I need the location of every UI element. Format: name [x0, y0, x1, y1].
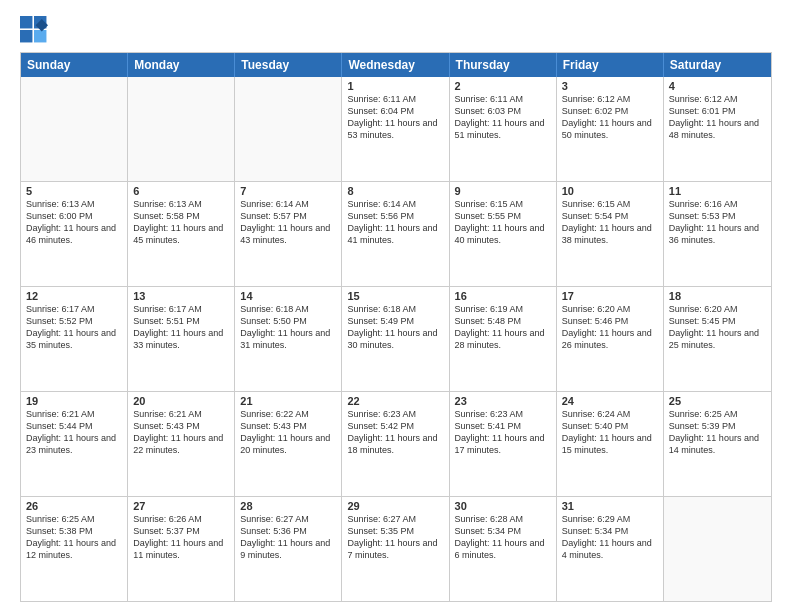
cell-info: Sunrise: 6:12 AM Sunset: 6:02 PM Dayligh… — [562, 93, 658, 142]
calendar-cell: 3Sunrise: 6:12 AM Sunset: 6:02 PM Daylig… — [557, 77, 664, 181]
day-number: 9 — [455, 185, 551, 197]
day-number: 18 — [669, 290, 766, 302]
day-number: 8 — [347, 185, 443, 197]
header-day-sunday: Sunday — [21, 53, 128, 77]
cell-info: Sunrise: 6:18 AM Sunset: 5:49 PM Dayligh… — [347, 303, 443, 352]
cell-info: Sunrise: 6:14 AM Sunset: 5:57 PM Dayligh… — [240, 198, 336, 247]
calendar-cell: 24Sunrise: 6:24 AM Sunset: 5:40 PM Dayli… — [557, 392, 664, 496]
day-number: 15 — [347, 290, 443, 302]
header-day-saturday: Saturday — [664, 53, 771, 77]
calendar-cell: 15Sunrise: 6:18 AM Sunset: 5:49 PM Dayli… — [342, 287, 449, 391]
day-number: 20 — [133, 395, 229, 407]
day-number: 14 — [240, 290, 336, 302]
calendar-cell — [21, 77, 128, 181]
calendar-cell: 26Sunrise: 6:25 AM Sunset: 5:38 PM Dayli… — [21, 497, 128, 601]
cell-info: Sunrise: 6:19 AM Sunset: 5:48 PM Dayligh… — [455, 303, 551, 352]
day-number: 1 — [347, 80, 443, 92]
cell-info: Sunrise: 6:21 AM Sunset: 5:44 PM Dayligh… — [26, 408, 122, 457]
day-number: 5 — [26, 185, 122, 197]
cell-info: Sunrise: 6:22 AM Sunset: 5:43 PM Dayligh… — [240, 408, 336, 457]
calendar-cell: 10Sunrise: 6:15 AM Sunset: 5:54 PM Dayli… — [557, 182, 664, 286]
day-number: 12 — [26, 290, 122, 302]
calendar-cell: 19Sunrise: 6:21 AM Sunset: 5:44 PM Dayli… — [21, 392, 128, 496]
cell-info: Sunrise: 6:25 AM Sunset: 5:39 PM Dayligh… — [669, 408, 766, 457]
cell-info: Sunrise: 6:15 AM Sunset: 5:55 PM Dayligh… — [455, 198, 551, 247]
calendar-cell: 30Sunrise: 6:28 AM Sunset: 5:34 PM Dayli… — [450, 497, 557, 601]
calendar-row-5: 26Sunrise: 6:25 AM Sunset: 5:38 PM Dayli… — [21, 497, 771, 601]
cell-info: Sunrise: 6:23 AM Sunset: 5:41 PM Dayligh… — [455, 408, 551, 457]
day-number: 2 — [455, 80, 551, 92]
day-number: 29 — [347, 500, 443, 512]
calendar-row-3: 12Sunrise: 6:17 AM Sunset: 5:52 PM Dayli… — [21, 287, 771, 392]
cell-info: Sunrise: 6:20 AM Sunset: 5:45 PM Dayligh… — [669, 303, 766, 352]
cell-info: Sunrise: 6:23 AM Sunset: 5:42 PM Dayligh… — [347, 408, 443, 457]
calendar-cell: 20Sunrise: 6:21 AM Sunset: 5:43 PM Dayli… — [128, 392, 235, 496]
calendar-row-4: 19Sunrise: 6:21 AM Sunset: 5:44 PM Dayli… — [21, 392, 771, 497]
day-number: 25 — [669, 395, 766, 407]
day-number: 10 — [562, 185, 658, 197]
calendar-cell: 14Sunrise: 6:18 AM Sunset: 5:50 PM Dayli… — [235, 287, 342, 391]
day-number: 28 — [240, 500, 336, 512]
day-number: 26 — [26, 500, 122, 512]
cell-info: Sunrise: 6:27 AM Sunset: 5:35 PM Dayligh… — [347, 513, 443, 562]
day-number: 30 — [455, 500, 551, 512]
cell-info: Sunrise: 6:11 AM Sunset: 6:03 PM Dayligh… — [455, 93, 551, 142]
calendar-cell: 22Sunrise: 6:23 AM Sunset: 5:42 PM Dayli… — [342, 392, 449, 496]
calendar-cell: 31Sunrise: 6:29 AM Sunset: 5:34 PM Dayli… — [557, 497, 664, 601]
calendar-cell: 29Sunrise: 6:27 AM Sunset: 5:35 PM Dayli… — [342, 497, 449, 601]
cell-info: Sunrise: 6:27 AM Sunset: 5:36 PM Dayligh… — [240, 513, 336, 562]
svg-rect-2 — [20, 30, 32, 42]
calendar-row-2: 5Sunrise: 6:13 AM Sunset: 6:00 PM Daylig… — [21, 182, 771, 287]
calendar-cell: 16Sunrise: 6:19 AM Sunset: 5:48 PM Dayli… — [450, 287, 557, 391]
calendar-cell — [128, 77, 235, 181]
page-header — [20, 16, 772, 44]
calendar-cell: 12Sunrise: 6:17 AM Sunset: 5:52 PM Dayli… — [21, 287, 128, 391]
cell-info: Sunrise: 6:24 AM Sunset: 5:40 PM Dayligh… — [562, 408, 658, 457]
calendar: SundayMondayTuesdayWednesdayThursdayFrid… — [20, 52, 772, 602]
cell-info: Sunrise: 6:20 AM Sunset: 5:46 PM Dayligh… — [562, 303, 658, 352]
day-number: 31 — [562, 500, 658, 512]
cell-info: Sunrise: 6:26 AM Sunset: 5:37 PM Dayligh… — [133, 513, 229, 562]
day-number: 17 — [562, 290, 658, 302]
cell-info: Sunrise: 6:17 AM Sunset: 5:51 PM Dayligh… — [133, 303, 229, 352]
day-number: 16 — [455, 290, 551, 302]
cell-info: Sunrise: 6:28 AM Sunset: 5:34 PM Dayligh… — [455, 513, 551, 562]
cell-info: Sunrise: 6:18 AM Sunset: 5:50 PM Dayligh… — [240, 303, 336, 352]
svg-rect-0 — [20, 16, 32, 28]
day-number: 7 — [240, 185, 336, 197]
calendar-row-1: 1Sunrise: 6:11 AM Sunset: 6:04 PM Daylig… — [21, 77, 771, 182]
svg-rect-3 — [34, 30, 46, 42]
day-number: 23 — [455, 395, 551, 407]
header-day-tuesday: Tuesday — [235, 53, 342, 77]
calendar-cell: 4Sunrise: 6:12 AM Sunset: 6:01 PM Daylig… — [664, 77, 771, 181]
header-day-monday: Monday — [128, 53, 235, 77]
cell-info: Sunrise: 6:14 AM Sunset: 5:56 PM Dayligh… — [347, 198, 443, 247]
calendar-cell: 2Sunrise: 6:11 AM Sunset: 6:03 PM Daylig… — [450, 77, 557, 181]
cell-info: Sunrise: 6:11 AM Sunset: 6:04 PM Dayligh… — [347, 93, 443, 142]
calendar-cell: 11Sunrise: 6:16 AM Sunset: 5:53 PM Dayli… — [664, 182, 771, 286]
calendar-page: SundayMondayTuesdayWednesdayThursdayFrid… — [0, 0, 792, 612]
calendar-cell: 1Sunrise: 6:11 AM Sunset: 6:04 PM Daylig… — [342, 77, 449, 181]
calendar-body: 1Sunrise: 6:11 AM Sunset: 6:04 PM Daylig… — [21, 77, 771, 601]
day-number: 6 — [133, 185, 229, 197]
calendar-cell: 6Sunrise: 6:13 AM Sunset: 5:58 PM Daylig… — [128, 182, 235, 286]
calendar-cell: 25Sunrise: 6:25 AM Sunset: 5:39 PM Dayli… — [664, 392, 771, 496]
calendar-cell — [235, 77, 342, 181]
calendar-cell: 17Sunrise: 6:20 AM Sunset: 5:46 PM Dayli… — [557, 287, 664, 391]
calendar-cell — [664, 497, 771, 601]
header-day-friday: Friday — [557, 53, 664, 77]
cell-info: Sunrise: 6:21 AM Sunset: 5:43 PM Dayligh… — [133, 408, 229, 457]
calendar-cell: 9Sunrise: 6:15 AM Sunset: 5:55 PM Daylig… — [450, 182, 557, 286]
calendar-cell: 28Sunrise: 6:27 AM Sunset: 5:36 PM Dayli… — [235, 497, 342, 601]
cell-info: Sunrise: 6:16 AM Sunset: 5:53 PM Dayligh… — [669, 198, 766, 247]
day-number: 24 — [562, 395, 658, 407]
header-day-thursday: Thursday — [450, 53, 557, 77]
day-number: 21 — [240, 395, 336, 407]
day-number: 3 — [562, 80, 658, 92]
calendar-cell: 18Sunrise: 6:20 AM Sunset: 5:45 PM Dayli… — [664, 287, 771, 391]
logo-icon — [20, 16, 48, 44]
cell-info: Sunrise: 6:12 AM Sunset: 6:01 PM Dayligh… — [669, 93, 766, 142]
day-number: 19 — [26, 395, 122, 407]
header-day-wednesday: Wednesday — [342, 53, 449, 77]
cell-info: Sunrise: 6:29 AM Sunset: 5:34 PM Dayligh… — [562, 513, 658, 562]
